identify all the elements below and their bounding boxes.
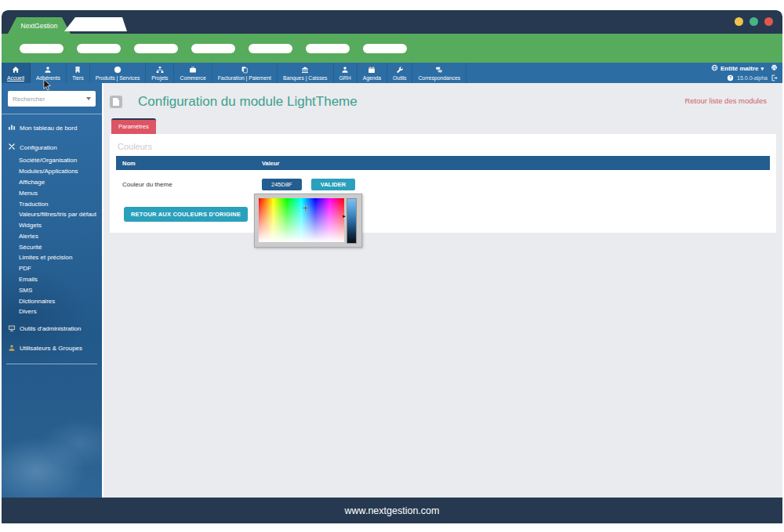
content-row: Rechercher Mon tableau de bord Configura… — [2, 83, 782, 498]
sidebar-item-dashboard[interactable]: Mon tableau de bord — [2, 120, 102, 136]
sidebar-item-securite[interactable]: Sécurité — [2, 241, 102, 252]
nav-item-label: Outils — [393, 75, 406, 81]
sidebar-menu: Mon tableau de bord Configuration Sociét… — [2, 114, 102, 366]
nav-item-label: Commerce — [180, 75, 205, 81]
browser-titlebar: NextGestion — [2, 10, 782, 34]
sidebar-item-affichage[interactable]: Affichage — [2, 177, 102, 188]
sidebar-item-dictionnaires[interactable]: Dictionnaires — [2, 295, 102, 306]
sidebar-divider — [6, 364, 97, 364]
menu-pill — [77, 44, 121, 53]
sidebar-item-traduction[interactable]: Traduction — [2, 198, 102, 209]
nav-item-label: Accueil — [7, 75, 24, 81]
nav-item-correspondances[interactable]: Correspondances — [412, 63, 466, 83]
chevron-down-icon: ▾ — [760, 66, 764, 71]
nav-item-label: Facturation | Paiement — [218, 75, 271, 81]
nav-item-facturation-paiement[interactable]: Facturation | Paiement — [212, 63, 278, 83]
nav-item-label: Agenda — [363, 75, 381, 81]
sidebar-item-label: Configuration — [20, 144, 57, 151]
users-icon — [8, 344, 16, 353]
bank-icon — [301, 66, 309, 74]
svg-text:?: ? — [729, 75, 731, 80]
maximize-button[interactable] — [750, 17, 758, 26]
menu-pill — [134, 44, 178, 53]
validate-button[interactable]: VALIDER — [311, 179, 355, 190]
sidebar-item-limites-precision[interactable]: Limites et précision — [2, 252, 102, 263]
sidebar: Rechercher Mon tableau de bord Configura… — [2, 83, 102, 498]
entity-selector[interactable]: Entité maître ▾ — [711, 64, 778, 73]
sidebar-item-societe-organisation[interactable]: Société/Organisation — [2, 155, 102, 166]
wrench-icon — [396, 66, 404, 74]
browser-tab-blank[interactable] — [64, 17, 127, 31]
nav-item-commerce[interactable]: Commerce — [174, 63, 212, 83]
table-header-name: Nom — [116, 160, 262, 167]
nav-item-label: GRH — [339, 75, 351, 81]
bar-chart-icon — [8, 123, 16, 132]
tools-icon — [8, 143, 16, 152]
saturation-hue-gradient[interactable]: + — [259, 198, 344, 242]
correspondence-icon — [435, 66, 443, 74]
close-button[interactable] — [764, 17, 773, 26]
browser-tab-title: NextGestion — [21, 22, 58, 30]
version-label: 15.0.0-alpha — [737, 75, 768, 81]
app-window: NextGestion Accueil Adhérents Tiers — [2, 10, 782, 523]
nav-item-outils[interactable]: Outils — [387, 63, 412, 83]
logout-icon[interactable] — [771, 74, 778, 82]
nav-item-label: Tiers — [72, 75, 84, 81]
nav-item-label: Adhérents — [36, 75, 60, 81]
menu-pill — [191, 44, 235, 53]
sidebar-item-alertes[interactable]: Alertes — [2, 230, 102, 241]
terminal-icon — [8, 324, 16, 334]
sidebar-item-utilisateurs-groupes[interactable]: Utilisateurs & Groupes — [2, 341, 102, 356]
footer-url: www.nextgestion.com — [345, 505, 440, 516]
minimize-button[interactable] — [735, 17, 743, 26]
products-services-icon — [114, 66, 122, 74]
projects-icon — [156, 66, 164, 74]
row-name: Couleur du theme — [116, 181, 262, 188]
tab-parametres[interactable]: Paramètres — [111, 118, 156, 134]
sidebar-item-widgets[interactable]: Widgets — [2, 220, 102, 231]
footer: www.nextgestion.com — [2, 498, 782, 523]
nav-item-label: Projets — [151, 75, 168, 81]
sidebar-item-valeurs-filtres[interactable]: Valeurs/filtres/tris par défaut — [2, 209, 102, 220]
picker-crosshair-icon[interactable]: + — [303, 203, 309, 213]
nav-item-agenda[interactable]: Agenda — [358, 63, 387, 83]
brightness-slider[interactable] — [347, 198, 357, 244]
navbar-meta: ? 15.0.0-alpha — [727, 74, 778, 82]
third-parties-icon — [74, 66, 82, 74]
section-title: Couleurs — [118, 142, 770, 151]
nav-item-label: Produits | Services — [96, 75, 140, 81]
printer-icon[interactable] — [771, 64, 778, 73]
table-row: Couleur du theme 245D8F VALIDER — [116, 179, 770, 190]
sidebar-item-configuration[interactable]: Configuration — [2, 139, 102, 155]
slider-marker-icon[interactable]: ► — [342, 214, 347, 219]
nav-item-tiers[interactable]: Tiers — [67, 63, 90, 83]
main-content: Configuration du module LightTheme Retou… — [102, 83, 782, 498]
module-doc-icon — [110, 96, 122, 108]
sidebar-item-divers[interactable]: Divers — [2, 306, 102, 317]
sidebar-item-emails[interactable]: Emails — [2, 274, 102, 285]
sidebar-item-menus[interactable]: Menus — [2, 187, 102, 198]
sidebar-item-outils-administration[interactable]: Outils d'administration — [2, 321, 102, 337]
sidebar-item-sms[interactable]: SMS — [2, 284, 102, 295]
nav-item-banques-caisses[interactable]: Banques | Caisses — [278, 63, 334, 83]
browser-tab-active[interactable]: NextGestion — [8, 17, 71, 34]
search-input[interactable]: Rechercher — [8, 91, 96, 107]
colors-panel: Couleurs Nom Valeur Couleur du theme 245… — [110, 134, 776, 233]
nav-item-label: Correspondances — [418, 75, 460, 81]
sidebar-item-modules-applications[interactable]: Modules/Applications — [2, 166, 102, 177]
help-icon[interactable]: ? — [727, 74, 734, 82]
color-value-input[interactable]: 245D8F — [262, 179, 302, 190]
nav-item-accueil[interactable]: Accueil — [2, 63, 31, 83]
reset-colors-button[interactable]: RETOUR AUX COULEURS D'ORIGINE — [124, 207, 248, 222]
table-header: Nom Valeur — [116, 156, 770, 170]
entity-label: Entité maître — [720, 65, 758, 72]
sidebar-item-pdf[interactable]: PDF — [2, 263, 102, 274]
nav-item-projets[interactable]: Projets — [146, 63, 174, 83]
nav-item-produits-services[interactable]: Produits | Services — [90, 63, 147, 83]
nav-item-adherents[interactable]: Adhérents — [31, 63, 67, 83]
hr-icon — [341, 66, 349, 74]
back-to-modules-link[interactable]: Retour liste des modules — [684, 96, 767, 105]
menu-pill — [249, 44, 292, 53]
nav-item-grh[interactable]: GRH — [334, 63, 358, 83]
nav-item-label: Banques | Caisses — [283, 75, 328, 81]
